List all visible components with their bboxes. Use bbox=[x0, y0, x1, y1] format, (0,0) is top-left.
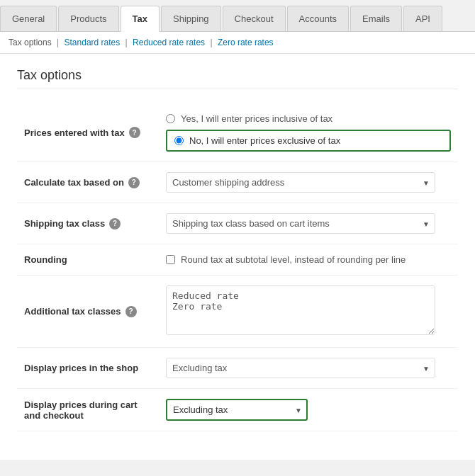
help-icon-additional-tax[interactable]: ? bbox=[125, 306, 137, 317]
separator: | bbox=[210, 38, 212, 47]
label-display-prices-cart-checkout: Display prices during cart and checkout bbox=[24, 400, 138, 421]
shipping-tax-class-select-wrapper: Shipping tax class based on cart items S… bbox=[166, 213, 435, 234]
calculate-tax-select[interactable]: Customer shipping address Customer billi… bbox=[166, 172, 435, 193]
section-title: Tax options bbox=[17, 68, 458, 89]
prices-entered-with-tax-group: Yes, I will enter prices inclusive of ta… bbox=[166, 113, 451, 152]
tab-checkout[interactable]: Checkout bbox=[223, 6, 286, 31]
rounding-checkbox[interactable] bbox=[166, 255, 175, 264]
help-icon-prices-tax[interactable]: ? bbox=[129, 127, 140, 138]
tab-accounts[interactable]: Accounts bbox=[287, 6, 349, 31]
form-table: Prices entered with tax ? Yes, I will en… bbox=[17, 103, 458, 431]
sub-nav: Tax options | Standard rates | Reduced r… bbox=[0, 32, 475, 54]
display-prices-cart-checkout-select-wrapper: Excluding tax Including tax ▼ bbox=[166, 399, 308, 421]
radio-no-label: No, I will enter prices exclusive of tax bbox=[189, 135, 340, 146]
help-icon-calculate-tax[interactable]: ? bbox=[128, 177, 140, 188]
row-prices-entered-with-tax: Prices entered with tax ? Yes, I will en… bbox=[17, 103, 458, 162]
separator: | bbox=[125, 38, 128, 47]
tabs-bar: General Products Tax Shipping Checkout A… bbox=[0, 0, 475, 32]
tab-tax[interactable]: Tax bbox=[121, 6, 160, 32]
row-display-prices-shop: Display prices in the shop Excluding tax… bbox=[17, 348, 458, 389]
display-prices-cart-checkout-select[interactable]: Excluding tax Including tax bbox=[166, 399, 308, 421]
label-additional-tax-classes: Additional tax classes bbox=[24, 306, 121, 317]
tab-emails[interactable]: Emails bbox=[350, 6, 402, 31]
radio-yes-label: Yes, I will enter prices inclusive of ta… bbox=[181, 113, 332, 124]
rounding-checkbox-text: Round tax at subtotal level, instead of … bbox=[181, 254, 406, 265]
radio-yes-input[interactable] bbox=[166, 114, 175, 123]
row-rounding: Rounding Round tax at subtotal level, in… bbox=[17, 244, 458, 276]
radio-no-input[interactable] bbox=[174, 136, 184, 145]
separator: | bbox=[57, 38, 59, 47]
row-additional-tax-classes: Additional tax classes ? Reduced rate Ze… bbox=[17, 276, 458, 348]
sub-nav-prefix: Tax options bbox=[9, 38, 52, 47]
radio-option-no[interactable]: No, I will enter prices exclusive of tax bbox=[166, 130, 451, 152]
rounding-checkbox-label[interactable]: Round tax at subtotal level, instead of … bbox=[166, 254, 451, 265]
display-prices-shop-select-wrapper: Excluding tax Including tax ▼ bbox=[166, 358, 435, 378]
link-zero-rate-rates[interactable]: Zero rate rates bbox=[218, 38, 274, 47]
row-calculate-tax-based-on: Calculate tax based on ? Customer shippi… bbox=[17, 162, 458, 203]
row-shipping-tax-class: Shipping tax class ? Shipping tax class … bbox=[17, 203, 458, 244]
shipping-tax-class-select[interactable]: Shipping tax class based on cart items S… bbox=[166, 213, 435, 234]
row-display-prices-cart-checkout: Display prices during cart and checkout … bbox=[17, 389, 458, 431]
tab-general[interactable]: General bbox=[0, 6, 57, 31]
additional-tax-classes-textarea[interactable]: Reduced rate Zero rate bbox=[166, 285, 435, 335]
label-prices-entered-with-tax: Prices entered with tax bbox=[24, 128, 125, 138]
display-prices-shop-select[interactable]: Excluding tax Including tax bbox=[166, 358, 435, 378]
link-reduced-rate-rates[interactable]: Reduced rate rates bbox=[133, 38, 205, 47]
tab-products[interactable]: Products bbox=[58, 6, 118, 31]
label-shipping-tax-class: Shipping tax class bbox=[24, 218, 105, 229]
label-calculate-tax: Calculate tax based on bbox=[24, 177, 124, 188]
radio-option-yes[interactable]: Yes, I will enter prices inclusive of ta… bbox=[166, 113, 451, 124]
tab-shipping[interactable]: Shipping bbox=[161, 6, 221, 31]
content-area: Tax options Prices entered with tax ? Ye… bbox=[0, 54, 475, 460]
label-rounding: Rounding bbox=[24, 254, 67, 265]
help-icon-shipping-tax[interactable]: ? bbox=[109, 218, 121, 230]
link-standard-rates[interactable]: Standard rates bbox=[65, 38, 121, 47]
label-display-prices-shop: Display prices in the shop bbox=[24, 363, 138, 373]
calculate-tax-select-wrapper: Customer shipping address Customer billi… bbox=[166, 172, 435, 193]
tab-api[interactable]: API bbox=[403, 6, 442, 31]
